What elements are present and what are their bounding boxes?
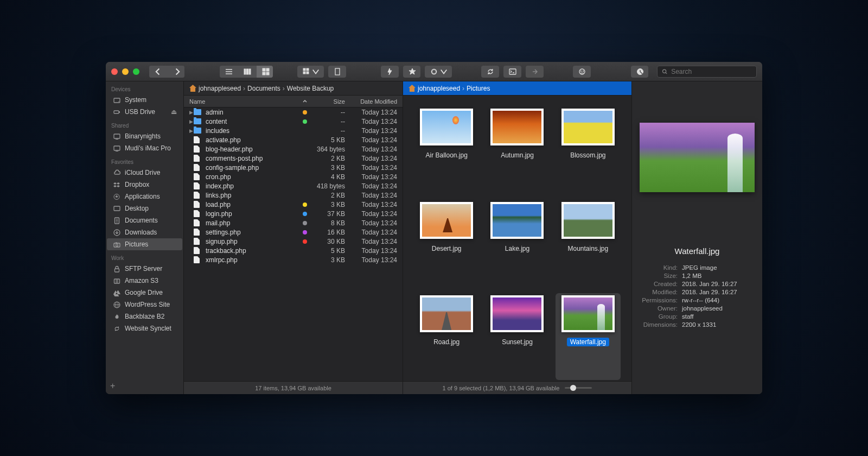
- activity-button[interactable]: [631, 66, 649, 78]
- thumbnail[interactable]: Autumn.jpg: [484, 106, 550, 193]
- close-button[interactable]: [111, 68, 118, 75]
- sidebar-item[interactable]: Google Drive: [107, 287, 182, 299]
- list-view-button[interactable]: [220, 66, 238, 78]
- left-breadcrumb[interactable]: johnappleseed› Documents› Website Backup: [184, 81, 403, 96]
- sidebar-item-label: SFTP Server: [125, 265, 162, 273]
- globe-icon: [112, 300, 121, 309]
- column-view-button[interactable]: [238, 66, 257, 78]
- sidebar-item[interactable]: System: [107, 94, 182, 106]
- search-field[interactable]: [657, 66, 757, 78]
- sidebar-item[interactable]: Documents: [107, 214, 182, 226]
- sidebar-item[interactable]: USB Drive⏏: [107, 106, 182, 118]
- tag-dot: [303, 202, 307, 207]
- sidebar-item[interactable]: WordPress Site: [107, 299, 182, 311]
- file-row[interactable]: index.php418 bytesToday 13:24: [184, 181, 403, 191]
- thumbnail[interactable]: Blossom.jpg: [556, 106, 621, 193]
- file-row[interactable]: ▶includes--Today 13:24: [184, 126, 403, 135]
- icon-grid[interactable]: Air Balloon.jpgAutumn.jpgBlossom.jpgDese…: [403, 96, 631, 381]
- col-name[interactable]: Name: [189, 98, 205, 105]
- sync-button[interactable]: [481, 66, 499, 78]
- column-headers[interactable]: Name Size Date Modified: [184, 96, 403, 107]
- file-row[interactable]: settings.php16 KBToday 13:24: [184, 227, 403, 237]
- file-name: xmlrpc.php: [206, 256, 307, 264]
- favorite-button[interactable]: [403, 66, 421, 78]
- crumb-segment[interactable]: johnappleseed: [418, 85, 460, 92]
- svg-rect-24: [116, 139, 118, 140]
- file-row[interactable]: mail.php8 KBToday 13:24: [184, 218, 403, 227]
- file-row[interactable]: login.php37 KBToday 13:24: [184, 209, 403, 218]
- flame-icon: [112, 312, 121, 321]
- arrange-button[interactable]: [297, 66, 324, 78]
- search-input[interactable]: [671, 68, 752, 75]
- col-date[interactable]: Date Modified: [345, 98, 397, 105]
- sidebar-item-label: Downloads: [125, 229, 157, 236]
- thumbnail[interactable]: Waterfall.jpg: [556, 293, 621, 380]
- sidebar-item[interactable]: Mudi's iMac Pro: [107, 142, 182, 154]
- preview-button[interactable]: [573, 66, 591, 78]
- sidebar-item[interactable]: Pictures: [107, 238, 182, 250]
- crumb-segment[interactable]: Website Backup: [287, 85, 334, 92]
- file-row[interactable]: activate.php5 KBToday 13:24: [184, 135, 403, 144]
- terminal-button[interactable]: [503, 66, 521, 78]
- search-icon: [662, 68, 668, 75]
- file-row[interactable]: signup.php30 KBToday 13:24: [184, 237, 403, 246]
- file-list[interactable]: ▶admin--Today 13:24▶content--Today 13:24…: [184, 107, 403, 381]
- file-row[interactable]: xmlrpc.php3 KBToday 13:24: [184, 255, 403, 264]
- file-date: Today 13:24: [345, 256, 397, 264]
- thumbnail[interactable]: Sunset.jpg: [484, 293, 550, 380]
- sidebar-item[interactable]: Desktop: [107, 202, 182, 214]
- sidebar-item[interactable]: Binarynights: [107, 130, 182, 142]
- back-button[interactable]: [149, 66, 168, 78]
- minimize-button[interactable]: [122, 68, 129, 75]
- file-row[interactable]: ▶content--Today 13:24: [184, 117, 403, 126]
- sidebar-item[interactable]: Dropbox: [107, 179, 182, 191]
- sidebar-item[interactable]: Website Synclet: [107, 322, 182, 334]
- new-file-button[interactable]: [328, 66, 346, 78]
- file-row[interactable]: blog-header.php364 bytesToday 13:24: [184, 144, 403, 154]
- icon-view-button[interactable]: [257, 66, 273, 78]
- sidebar-item[interactable]: Downloads: [107, 226, 182, 238]
- zoom-button[interactable]: [133, 68, 139, 75]
- file-row[interactable]: config-sample.php3 KBToday 13:24: [184, 163, 403, 172]
- sidebar-item[interactable]: SFTP Server: [107, 263, 182, 275]
- sidebar-item[interactable]: Applications: [107, 191, 182, 202]
- quick-open-button[interactable]: [381, 66, 399, 78]
- svg-rect-0: [244, 69, 246, 74]
- forward-button[interactable]: [168, 66, 184, 78]
- sidebar-item[interactable]: Backblaze B2: [107, 311, 182, 322]
- file-row[interactable]: ▶admin--Today 13:24: [184, 107, 403, 117]
- file-size: 8 KB: [307, 219, 345, 227]
- file-row[interactable]: cron.php4 KBToday 13:24: [184, 172, 403, 181]
- thumbnail[interactable]: Air Balloon.jpg: [414, 106, 479, 193]
- file-icon: [194, 173, 202, 181]
- gdrive-icon: [112, 288, 121, 297]
- thumbnail-size-slider[interactable]: [565, 387, 592, 389]
- sidebar-item[interactable]: iCloud Drive: [107, 167, 182, 179]
- file-name: load.php: [206, 201, 301, 208]
- file-row[interactable]: trackback.php5 KBToday 13:24: [184, 246, 403, 255]
- sidebar-item-label: Mudi's iMac Pro: [125, 144, 171, 152]
- file-icon: [194, 210, 202, 218]
- thumbnail[interactable]: Road.jpg: [414, 293, 479, 380]
- compare-button[interactable]: [526, 66, 544, 78]
- col-size[interactable]: Size: [307, 98, 345, 105]
- crumb-segment[interactable]: Pictures: [467, 85, 490, 92]
- thumbnail[interactable]: Lake.jpg: [484, 200, 550, 287]
- eject-icon[interactable]: ⏏: [171, 108, 177, 116]
- file-row[interactable]: links.php2 KBToday 13:24: [184, 191, 403, 200]
- file-date: Today 13:24: [345, 219, 397, 227]
- add-location-button[interactable]: +: [110, 381, 115, 391]
- crumb-segment[interactable]: johnappleseed: [199, 85, 241, 92]
- desktop-icon: [112, 204, 121, 213]
- file-size: 5 KB: [307, 247, 345, 255]
- sidebar-item[interactable]: Amazon S3: [107, 275, 182, 287]
- thumbnail[interactable]: Mountains.jpg: [556, 200, 621, 287]
- file-icon: [194, 219, 202, 227]
- file-row[interactable]: comments-post.php2 KBToday 13:24: [184, 154, 403, 163]
- file-row[interactable]: load.php3 KBToday 13:24: [184, 200, 403, 209]
- crumb-segment[interactable]: Documents: [247, 85, 280, 92]
- thumbnail[interactable]: Desert.jpg: [414, 200, 479, 287]
- sidebar-item-label: Website Synclet: [125, 325, 171, 332]
- right-breadcrumb[interactable]: johnappleseed› Pictures: [403, 81, 631, 96]
- action-menu-button[interactable]: [425, 66, 451, 78]
